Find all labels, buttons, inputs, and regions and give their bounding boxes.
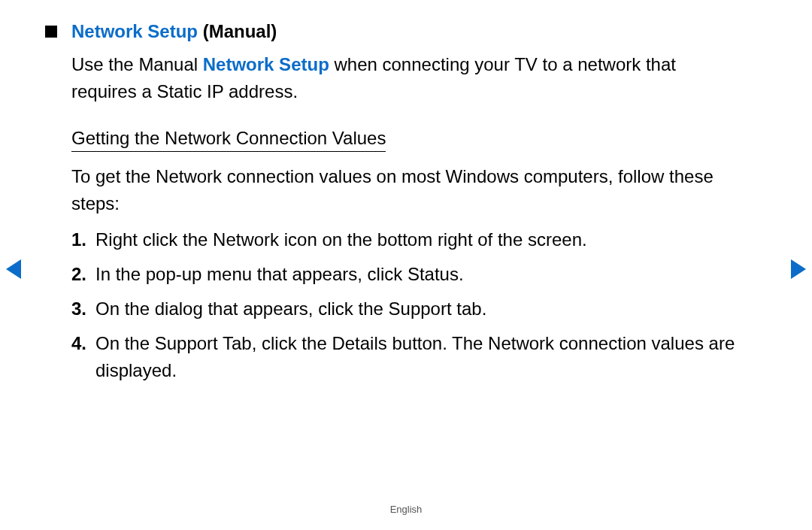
- intro-paragraph: Use the Manual Network Setup when connec…: [71, 51, 741, 105]
- intro-highlight: Network Setup: [203, 54, 329, 74]
- steps-list: Right click the Network icon on the bott…: [71, 226, 741, 384]
- footer-language: English: [0, 504, 812, 515]
- subintro-paragraph: To get the Network connection values on …: [71, 163, 741, 217]
- title-suffix: (Manual): [198, 21, 277, 41]
- page-title: Network Setup (Manual): [71, 21, 277, 42]
- list-item: On the Support Tab, click the Details bu…: [71, 330, 741, 384]
- square-bullet-icon: [45, 26, 57, 38]
- title-row: Network Setup (Manual): [45, 21, 741, 42]
- intro-text-1: Use the Manual: [71, 54, 203, 74]
- list-item: On the dialog that appears, click the Su…: [71, 295, 741, 323]
- page-content: Network Setup (Manual) Use the Manual Ne…: [0, 0, 812, 384]
- previous-page-arrow-icon[interactable]: [6, 259, 21, 279]
- list-item: Right click the Network icon on the bott…: [71, 226, 741, 253]
- subheading-wrap: Getting the Network Connection Values: [71, 128, 741, 163]
- list-item: In the pop-up menu that appears, click S…: [71, 261, 741, 288]
- subheading: Getting the Network Connection Values: [71, 128, 386, 152]
- next-page-arrow-icon[interactable]: [791, 259, 806, 279]
- title-highlight: Network Setup: [71, 21, 198, 41]
